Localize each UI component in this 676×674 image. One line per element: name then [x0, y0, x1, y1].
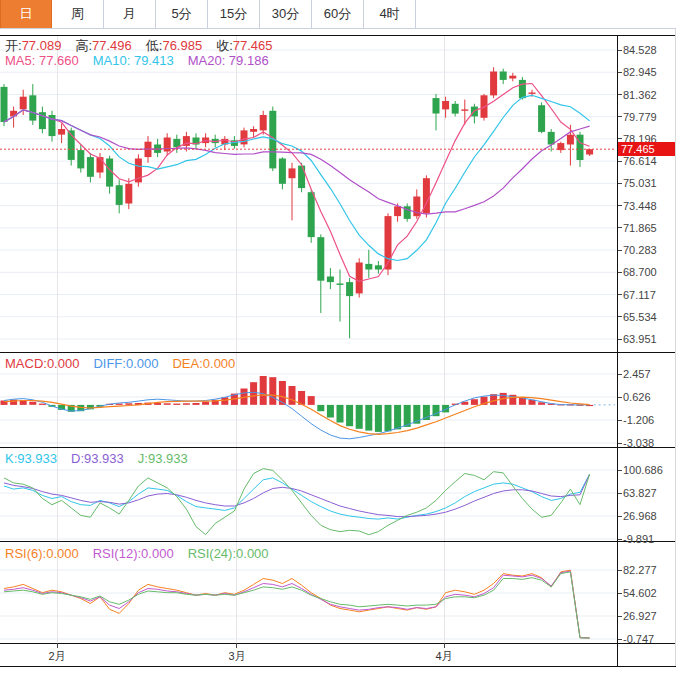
- rsi-panel[interactable]: [0, 541, 617, 643]
- timeframe-tabbar: 日 周 月 5分 15分 30分 60分 4时: [0, 0, 676, 29]
- tab-5min[interactable]: 5分: [156, 0, 208, 28]
- y-axis-tick: [618, 593, 622, 594]
- y-axis-label: 63.951: [623, 333, 675, 345]
- tab-label: 日: [20, 5, 33, 23]
- y-axis-tick: [618, 294, 622, 295]
- main-chart-panel[interactable]: [0, 35, 617, 352]
- time-label-feb: 2月: [41, 649, 73, 664]
- y-axis-label: 0.626: [623, 391, 675, 403]
- tab-30min[interactable]: 30分: [260, 0, 312, 28]
- y-axis-tick: [618, 72, 622, 73]
- y-axis-tick: [618, 94, 622, 95]
- kdj-panel[interactable]: [0, 447, 617, 541]
- y-axis-tick: [618, 397, 622, 398]
- y-axis-label: 82.277: [623, 564, 675, 576]
- time-label-apr: 4月: [428, 649, 460, 664]
- y-axis-tick: [618, 339, 622, 340]
- y-axis-label: 67.117: [623, 289, 675, 301]
- y-axis-tick: [618, 616, 622, 617]
- y-axis-tick: [618, 516, 622, 517]
- y-axis-label: -3.038: [623, 437, 675, 449]
- y-axis-label: 71.865: [623, 222, 675, 234]
- y-axis-tick: [618, 570, 622, 571]
- y-axis-label: -0.747: [623, 633, 675, 645]
- tab-label: 60分: [324, 5, 351, 23]
- y-axis-tick: [618, 116, 622, 117]
- y-axis-tick: [618, 138, 622, 139]
- y-axis-label: 75.031: [623, 177, 675, 189]
- y-axis-tick: [618, 374, 622, 375]
- tab-month[interactable]: 月: [104, 0, 156, 28]
- y-axis-tick: [618, 639, 622, 640]
- y-axis-label: 70.283: [623, 244, 675, 256]
- y-axis-tick: [618, 183, 622, 184]
- y-axis-tick: [618, 161, 622, 162]
- y-axis-tick: [618, 443, 622, 444]
- macd-panel[interactable]: [0, 352, 617, 447]
- y-axis-label: 54.602: [623, 587, 675, 599]
- y-axis-tick: [618, 227, 622, 228]
- tab-4hour[interactable]: 4时: [364, 0, 416, 28]
- y-axis-label: 79.779: [623, 111, 675, 123]
- tab-label: 5分: [171, 5, 191, 23]
- time-label-mar: 3月: [221, 649, 253, 664]
- y-axis-tick: [618, 470, 622, 471]
- tab-day[interactable]: 日: [0, 0, 52, 28]
- y-axis-tick: [618, 316, 622, 317]
- y-axis-tick: [618, 205, 622, 206]
- tab-label: 30分: [272, 5, 299, 23]
- tab-label: 15分: [220, 5, 247, 23]
- y-axis-tick: [618, 272, 622, 273]
- y-axis-label: 26.968: [623, 510, 675, 522]
- y-axis-label: 81.362: [623, 89, 675, 101]
- y-axis-label: 26.927: [623, 610, 675, 622]
- y-axis-label: 65.534: [623, 311, 675, 323]
- y-axis-label: 100.686: [623, 464, 675, 476]
- y-axis-tick: [618, 420, 622, 421]
- y-axis-label: -9.891: [623, 533, 675, 545]
- y-axis-tick: [618, 539, 622, 540]
- y-axis-label: 63.827: [623, 487, 675, 499]
- tab-label: 月: [123, 5, 136, 23]
- y-axis-label: -1.206: [623, 414, 675, 426]
- y-axis-label: 2.457: [623, 368, 675, 380]
- y-axis-label: 68.700: [623, 266, 675, 278]
- tab-15min[interactable]: 15分: [208, 0, 260, 28]
- tab-label: 周: [71, 5, 84, 23]
- tab-label: 4时: [379, 5, 399, 23]
- y-axis-label: 73.448: [623, 200, 675, 212]
- y-axis-label: 76.614: [623, 155, 675, 167]
- y-axis-tick: [618, 250, 622, 251]
- y-axis-label: 82.945: [623, 66, 675, 78]
- y-axis-tick: [618, 50, 622, 51]
- y-axis-tick: [618, 493, 622, 494]
- tab-week[interactable]: 周: [52, 0, 104, 28]
- last-price-tag: 77.465: [618, 142, 675, 156]
- y-axis-label: 84.528: [623, 44, 675, 56]
- tab-60min[interactable]: 60分: [312, 0, 364, 28]
